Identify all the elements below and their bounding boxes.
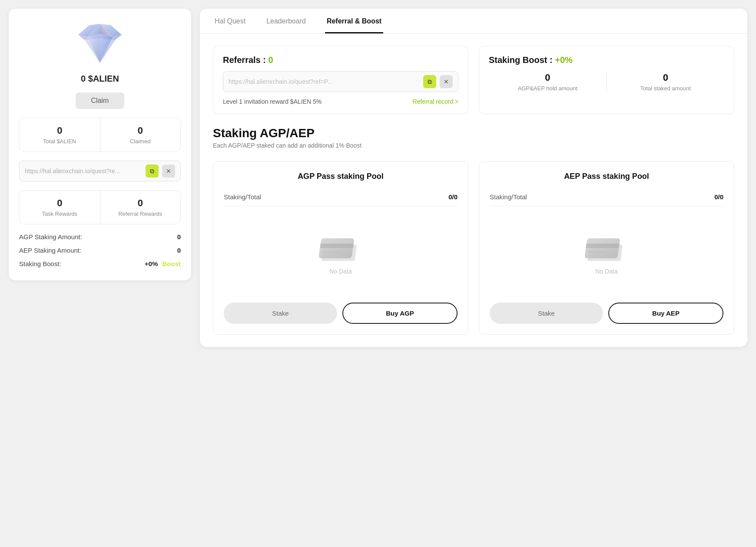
- referral-rewards-cell: 0 Referral Rewards: [100, 191, 181, 224]
- staking-boost-card: Staking Boost : +0% 0 AGP&AEP hold amoun…: [479, 46, 734, 114]
- referral-close-button[interactable]: ✕: [440, 75, 453, 88]
- svg-rect-10: [319, 238, 354, 258]
- aep-pool-title: AEP Pass staking Pool: [490, 172, 723, 181]
- svg-rect-11: [320, 244, 353, 248]
- agp-staking-row: AGP Staking Amount: 0: [19, 233, 181, 241]
- staking-boost-label: Staking Boost :: [489, 55, 555, 65]
- agp-pool-buttons: Stake Buy AGP: [224, 303, 458, 324]
- left-close-button[interactable]: ✕: [162, 165, 175, 178]
- referral-bottom-row: Level 1 invitation reward $ALIEN 5% Refe…: [223, 98, 458, 105]
- staking-details: AGP Staking Amount: 0 AEP Staking Amount…: [19, 233, 181, 267]
- agp-stake-button[interactable]: Stake: [224, 303, 337, 324]
- aep-staking-label: AEP Staking Amount:: [19, 247, 81, 254]
- agp-buy-button[interactable]: Buy AGP: [342, 303, 458, 324]
- right-panel: Hal Quest Leaderboard Referral & Boost R…: [200, 9, 747, 347]
- diamond-icon: [74, 22, 126, 65]
- staking-boost-value: +0%: [555, 55, 573, 65]
- agp-pool-card: AGP Pass staking Pool Staking/Total 0/0: [213, 161, 468, 335]
- tab-leaderboard[interactable]: Leaderboard: [265, 9, 308, 33]
- svg-marker-6: [100, 34, 113, 63]
- aep-staking-value: 0: [177, 247, 181, 254]
- referral-rewards-label: Referral Rewards: [105, 211, 176, 217]
- boost-stats: 0 AGP&AEP hold amount 0 Total staked amo…: [489, 72, 724, 92]
- total-alien-value: 0: [24, 125, 96, 136]
- staking-boost-title: Staking Boost : +0%: [489, 55, 724, 65]
- agp-staking-total-row: Staking/Total 0/0: [224, 188, 458, 206]
- svg-rect-15: [586, 244, 619, 248]
- referral-url-display: https://hal.alienxchain.io/quest?ref=P..…: [229, 78, 420, 85]
- claimed-label: Claimed: [105, 138, 176, 145]
- top-cards: Referrals : 0 https://hal.alienxchain.io…: [213, 46, 734, 114]
- main-content: Referrals : 0 https://hal.alienxchain.io…: [200, 34, 747, 347]
- claimed-value: 0: [105, 125, 176, 136]
- claim-button[interactable]: Claim: [76, 92, 125, 109]
- boost-row: Staking Boost: +0% Boost: [19, 260, 181, 267]
- svg-rect-12: [322, 251, 339, 253]
- agp-staking-total-value: 0/0: [448, 193, 458, 201]
- tab-referral-boost[interactable]: Referral & Boost: [325, 9, 383, 33]
- aep-buy-button[interactable]: Buy AEP: [608, 303, 723, 324]
- aep-staking-row: AEP Staking Amount: 0: [19, 247, 181, 254]
- boost-label: Staking Boost:: [19, 260, 61, 267]
- boost-row-right: +0% Boost: [145, 260, 181, 267]
- referral-input-row: https://hal.alienxchain.io/quest?ref=P..…: [223, 71, 458, 92]
- aep-no-data-text: No Data: [595, 268, 617, 275]
- aep-stake-button[interactable]: Stake: [490, 303, 603, 324]
- agp-staking-label: AGP Staking Amount:: [19, 233, 82, 241]
- task-rewards-value: 0: [24, 198, 96, 209]
- balance-display: 0 $ALIEN: [81, 74, 119, 84]
- total-staked-value: 0: [607, 72, 725, 83]
- referrals-card: Referrals : 0 https://hal.alienxchain.io…: [213, 46, 468, 114]
- agp-aep-hold-label: AGP&AEP hold amount: [489, 85, 607, 92]
- agp-staking-value: 0: [177, 233, 181, 241]
- agp-no-data-text: No Data: [329, 268, 351, 275]
- tab-hal-quest[interactable]: Hal Quest: [213, 9, 247, 33]
- aep-no-data-area: No Data: [490, 213, 723, 292]
- left-referral-input-row: https://hal.alienxchain.io/quest?re... ⧉…: [19, 161, 181, 181]
- aep-card-visual: [585, 231, 628, 261]
- stats-box: 0 Total $ALIEN 0 Claimed: [19, 118, 181, 152]
- total-staked-label: Total staked amount: [607, 85, 725, 92]
- aep-pool-card: AEP Pass staking Pool Staking/Total 0/0: [479, 161, 734, 335]
- aep-pool-buttons: Stake Buy AEP: [490, 303, 723, 324]
- svg-rect-14: [585, 238, 620, 258]
- referrals-count: 0: [269, 55, 273, 65]
- pool-cards: AGP Pass staking Pool Staking/Total 0/0: [213, 161, 734, 335]
- agp-pool-title: AGP Pass staking Pool: [224, 172, 458, 181]
- boost-value: +0%: [145, 260, 158, 267]
- left-referral-url: https://hal.alienxchain.io/quest?re...: [25, 168, 142, 175]
- referrals-label: Referrals :: [223, 55, 269, 65]
- left-panel: 0 $ALIEN Claim 0 Total $ALIEN 0 Claimed …: [9, 9, 191, 280]
- tabs-bar: Hal Quest Leaderboard Referral & Boost: [200, 9, 747, 34]
- claimed-cell: 0 Claimed: [100, 118, 181, 152]
- rewards-box: 0 Task Rewards 0 Referral Rewards: [19, 190, 181, 224]
- staking-section-header: Staking AGP/AEP Each AGP/AEP staked can …: [213, 126, 734, 149]
- boost-link[interactable]: Boost: [162, 260, 181, 267]
- svg-marker-5: [87, 34, 100, 63]
- total-staked-cell: 0 Total staked amount: [607, 72, 725, 92]
- aep-staking-total-row: Staking/Total 0/0: [490, 188, 723, 206]
- aep-staking-total-label: Staking/Total: [490, 193, 527, 201]
- referral-copy-button[interactable]: ⧉: [423, 75, 436, 88]
- aep-staking-total-value: 0/0: [714, 193, 723, 201]
- svg-rect-16: [588, 251, 605, 253]
- task-rewards-label: Task Rewards: [24, 211, 96, 217]
- total-alien-label: Total $ALIEN: [24, 138, 96, 145]
- referral-reward-text: Level 1 invitation reward $ALIEN 5%: [223, 98, 322, 105]
- agp-no-data-area: No Data: [224, 213, 458, 292]
- task-rewards-cell: 0 Task Rewards: [20, 191, 100, 224]
- agp-card-visual: [319, 231, 362, 261]
- referrals-title: Referrals : 0: [223, 55, 458, 65]
- staking-section-title: Staking AGP/AEP: [213, 126, 734, 140]
- left-copy-button[interactable]: ⧉: [146, 165, 159, 178]
- total-alien-cell: 0 Total $ALIEN: [20, 118, 100, 152]
- referral-record-link[interactable]: Referral record >: [413, 98, 458, 105]
- agp-staking-total-label: Staking/Total: [224, 193, 261, 201]
- referral-rewards-value: 0: [105, 198, 176, 209]
- staking-section-subtitle: Each AGP/AEP staked can add an additiona…: [213, 142, 734, 149]
- agp-aep-hold-cell: 0 AGP&AEP hold amount: [489, 72, 607, 92]
- agp-aep-hold-value: 0: [489, 72, 607, 83]
